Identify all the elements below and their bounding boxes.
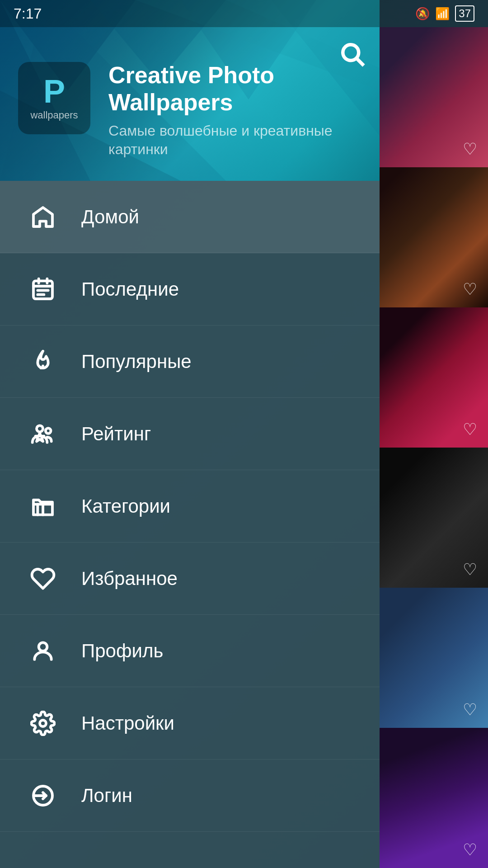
sidebar-item-popular[interactable]: Популярные — [0, 326, 380, 398]
search-button[interactable] — [334, 36, 371, 72]
heart-icon-5[interactable]: ♡ — [459, 699, 481, 721]
header-text: Creative Photo Wallpapers Самые волшебны… — [108, 62, 380, 163]
calendar-icon — [27, 274, 59, 305]
app-title-line2: Wallpapers — [108, 89, 233, 115]
status-bar: 7:17 🔕 📶 37 — [0, 0, 488, 27]
sidebar-label-login: Логин — [81, 785, 132, 807]
thumbnail-6[interactable]: ♡ — [380, 728, 488, 868]
thumbnail-5[interactable]: ♡ — [380, 588, 488, 728]
status-icons: 🔕 📶 37 — [415, 5, 474, 22]
sidebar-item-recent[interactable]: Последние — [0, 253, 380, 326]
sidebar-item-categories[interactable]: Категории — [0, 470, 380, 542]
search-icon — [339, 41, 366, 68]
signal-icon: 📶 — [435, 7, 450, 21]
battery-icon: 37 — [455, 5, 474, 22]
heart-icon-3[interactable]: ♡ — [459, 419, 481, 440]
heart-icon-4[interactable]: ♡ — [459, 559, 481, 580]
folder-icon — [27, 491, 59, 522]
svg-point-24 — [40, 720, 46, 726]
sidebar-item-settings[interactable]: Настройки — [0, 687, 380, 760]
thumbnail-1[interactable]: ♡ — [380, 27, 488, 167]
sidebar-label-rating: Рейтинг — [81, 423, 151, 445]
gear-icon — [27, 708, 59, 739]
header-content: P wallpapers Creative Photo Wallpapers С… — [18, 62, 380, 163]
logout-icon — [27, 780, 59, 811]
app-title-line1: Creative Photo — [108, 62, 274, 88]
app-logo: P wallpapers — [18, 62, 90, 134]
drawer-menu: Домой Последние — [0, 181, 380, 868]
svg-point-17 — [37, 425, 43, 432]
sidebar-item-favorites[interactable]: Избранное — [0, 542, 380, 615]
rating-icon — [27, 418, 59, 450]
svg-point-23 — [39, 642, 47, 651]
thumbnail-3[interactable]: ♡ — [380, 307, 488, 448]
status-time: 7:17 — [14, 5, 42, 22]
sidebar-label-home: Домой — [81, 206, 139, 228]
thumbnail-4[interactable]: ♡ — [380, 448, 488, 588]
home-icon — [27, 201, 59, 233]
drawer-header: P wallpapers Creative Photo Wallpapers С… — [0, 0, 380, 181]
svg-point-0 — [343, 45, 359, 61]
logo-letter: P — [43, 75, 65, 108]
sidebar-item-login[interactable]: Логин — [0, 760, 380, 832]
navigation-drawer: P wallpapers Creative Photo Wallpapers С… — [0, 0, 380, 868]
fire-icon — [27, 346, 59, 377]
notification-icon: 🔕 — [415, 7, 430, 21]
heart-menu-icon — [27, 563, 59, 594]
heart-icon-1[interactable]: ♡ — [459, 138, 481, 160]
logo-text: wallpapers — [30, 109, 78, 121]
sidebar-label-settings: Настройки — [81, 712, 174, 734]
app-subtitle: Самые волшебные и креативные картинки — [108, 122, 380, 159]
sidebar-label-favorites: Избранное — [81, 568, 178, 590]
heart-icon-2[interactable]: ♡ — [459, 278, 481, 300]
sidebar-item-rating[interactable]: Рейтинг — [0, 398, 380, 470]
sidebar-label-categories: Категории — [81, 495, 170, 517]
thumbnails-column: ♡ ♡ ♡ ♡ ♡ ♡ — [380, 27, 488, 868]
heart-icon-6[interactable]: ♡ — [459, 839, 481, 861]
svg-point-18 — [46, 428, 51, 434]
sidebar-label-profile: Профиль — [81, 640, 163, 662]
sidebar-item-home[interactable]: Домой — [0, 181, 380, 253]
sidebar-label-recent: Последние — [81, 278, 179, 300]
sidebar-label-popular: Популярные — [81, 351, 192, 373]
thumbnail-2[interactable]: ♡ — [380, 167, 488, 307]
svg-line-1 — [357, 59, 364, 66]
sidebar-item-profile[interactable]: Профиль — [0, 615, 380, 687]
person-icon — [27, 635, 59, 667]
